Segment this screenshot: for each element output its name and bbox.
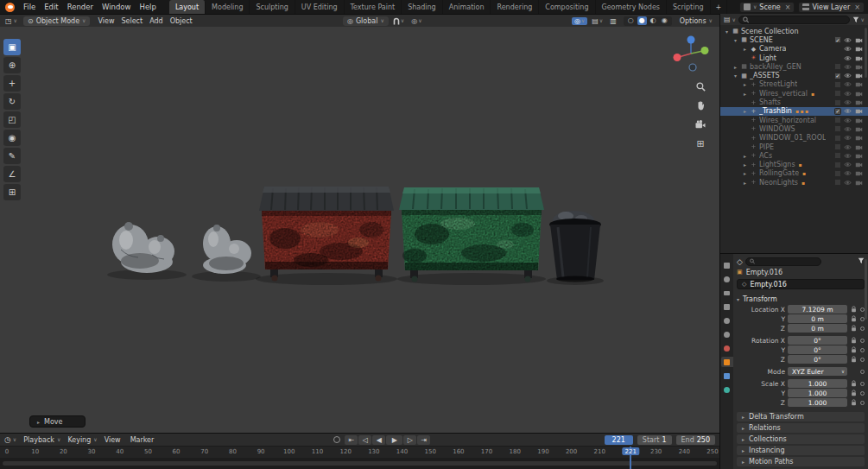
- tab-data[interactable]: [721, 384, 733, 395]
- tool-measure[interactable]: ∠: [3, 166, 21, 182]
- render-camera-icon[interactable]: [854, 108, 864, 114]
- outliner-row[interactable]: ▸ + Wires_vertical ▪: [720, 89, 868, 98]
- object-name-field[interactable]: ◇ Empty.016: [737, 279, 865, 289]
- value-field[interactable]: 7.1209 m: [788, 305, 847, 314]
- show-gizmo-toggle[interactable]: ◎ ∨: [572, 17, 587, 25]
- close-icon[interactable]: ×: [852, 3, 860, 11]
- zoom-icon[interactable]: [694, 80, 706, 92]
- hide-eye-icon[interactable]: [843, 81, 852, 87]
- lock-icon[interactable]: [850, 346, 857, 353]
- tool-add-cube[interactable]: ⊞: [3, 184, 21, 200]
- render-camera-icon[interactable]: [854, 81, 864, 87]
- outliner-row[interactable]: ▸ + LightSigns ▪: [720, 160, 868, 168]
- disclosure-icon[interactable]: ▾: [724, 29, 730, 35]
- disclosure-icon[interactable]: ▸: [742, 180, 748, 186]
- workspace-tab[interactable]: +: [711, 0, 728, 14]
- animate-dot-icon[interactable]: [859, 382, 865, 386]
- close-icon[interactable]: ×: [783, 3, 791, 11]
- exclude-checkbox[interactable]: [834, 170, 841, 177]
- proportional-edit-icon[interactable]: ◎ ∨: [409, 17, 424, 25]
- next-keyframe-button[interactable]: ▷: [403, 435, 416, 445]
- hide-eye-icon[interactable]: [843, 170, 852, 176]
- value-field[interactable]: XYZ Euler ∨: [788, 367, 847, 376]
- value-field[interactable]: 1.000: [788, 389, 847, 397]
- current-frame-field[interactable]: 221: [605, 435, 633, 445]
- operator-panel[interactable]: ▸ Move: [29, 415, 86, 428]
- frame-start-field[interactable]: Start 1: [637, 435, 672, 445]
- xray-toggle[interactable]: ▥: [607, 17, 619, 25]
- properties-panel-header[interactable]: ▸ Instancing: [737, 446, 865, 455]
- outliner-row[interactable]: ▾ ▦ Scene Collection: [720, 27, 868, 35]
- workspace-tab[interactable]: UV Editing: [295, 0, 345, 14]
- render-camera-icon[interactable]: [854, 153, 864, 159]
- lock-icon[interactable]: [850, 315, 857, 322]
- workspace-tab[interactable]: Scripting: [667, 0, 711, 14]
- hide-eye-icon[interactable]: [843, 91, 852, 97]
- exclude-checkbox[interactable]: [834, 63, 841, 70]
- hide-eye-icon[interactable]: [843, 46, 852, 52]
- render-camera-icon[interactable]: [854, 135, 864, 141]
- hide-eye-icon[interactable]: [843, 99, 852, 105]
- editor-type-button[interactable]: ◳ ∨: [3, 17, 19, 25]
- properties-panel-header[interactable]: ▸ Relations: [737, 423, 865, 433]
- outliner-scrollbar[interactable]: [865, 28, 867, 78]
- tab-object[interactable]: [721, 357, 733, 367]
- render-camera-icon[interactable]: [854, 37, 864, 43]
- outliner-search-input[interactable]: [751, 16, 845, 23]
- disclosure-icon[interactable]: ▸: [742, 108, 748, 114]
- render-camera-icon[interactable]: [854, 46, 864, 52]
- value-field[interactable]: 0 m: [788, 324, 847, 333]
- tab-physics[interactable]: [721, 343, 733, 353]
- value-field[interactable]: 1.000: [788, 379, 847, 388]
- topbar-menu[interactable]: Help: [135, 0, 160, 14]
- navigation-gizmo[interactable]: [671, 34, 711, 75]
- viewport-menu[interactable]: View: [94, 17, 117, 25]
- lock-icon[interactable]: [850, 306, 857, 313]
- workspace-tab[interactable]: Geometry Nodes: [596, 0, 667, 14]
- lock-icon[interactable]: [850, 325, 857, 332]
- viewport-menu[interactable]: Add: [146, 17, 167, 25]
- timeline-menu[interactable]: Playback∨: [20, 436, 64, 444]
- hide-eye-icon[interactable]: [843, 144, 852, 150]
- jump-to-end-button[interactable]: ⇥: [417, 435, 430, 445]
- render-camera-icon[interactable]: [854, 99, 864, 105]
- timeline-menu[interactable]: Marker: [127, 436, 161, 444]
- outliner-row[interactable]: + WINDOW_01_ROOL: [720, 134, 868, 143]
- value-field[interactable]: 0°: [788, 345, 847, 354]
- properties-scrollbar[interactable]: [865, 259, 867, 320]
- hide-eye-icon[interactable]: [843, 55, 852, 61]
- value-field[interactable]: 0°: [788, 355, 847, 364]
- mode-selector[interactable]: ⊙ Object Mode ∨: [23, 16, 91, 26]
- tab-tool[interactable]: [721, 260, 733, 270]
- transform-orientation-selector[interactable]: ◎ Global ∨: [343, 16, 389, 26]
- object-trash-can[interactable]: [549, 211, 601, 282]
- exclude-checkbox[interactable]: [834, 135, 841, 142]
- tool-scale[interactable]: ◰: [3, 111, 21, 128]
- disclosure-icon[interactable]: ▸: [742, 81, 748, 87]
- frame-end-field[interactable]: End 250: [676, 435, 715, 445]
- render-camera-icon[interactable]: [854, 144, 864, 150]
- animate-dot-icon[interactable]: [859, 358, 865, 362]
- outliner-row[interactable]: ▸ ◆ Camera: [720, 45, 868, 54]
- shading-wireframe-icon[interactable]: ○: [626, 16, 636, 25]
- render-camera-icon[interactable]: [854, 55, 864, 61]
- play-button[interactable]: ▶: [386, 435, 402, 445]
- object-dumpster-red[interactable]: [259, 187, 394, 282]
- exclude-checkbox[interactable]: [834, 117, 841, 124]
- lock-icon[interactable]: [850, 399, 857, 406]
- disclosure-icon[interactable]: ▸: [742, 153, 748, 159]
- tab-view-layer[interactable]: [721, 301, 733, 312]
- hide-eye-icon[interactable]: [843, 117, 852, 124]
- exclude-checkbox[interactable]: [834, 143, 841, 150]
- viewport-3d[interactable]: ▣⊕+↻◰◉✎∠⊞ ⊞ ▸: [0, 27, 719, 433]
- lock-icon[interactable]: [850, 380, 857, 387]
- pan-hand-icon[interactable]: [694, 99, 706, 111]
- viewport-canvas[interactable]: [0, 27, 719, 433]
- outliner-search[interactable]: [738, 16, 850, 24]
- hide-eye-icon[interactable]: [843, 64, 852, 70]
- exclude-checkbox[interactable]: ✓: [834, 36, 841, 43]
- tool-rotate[interactable]: ↻: [3, 93, 21, 110]
- filter-icon[interactable]: [858, 257, 865, 266]
- tab-modifiers[interactable]: [721, 371, 733, 381]
- exclude-checkbox[interactable]: ✓: [834, 108, 841, 115]
